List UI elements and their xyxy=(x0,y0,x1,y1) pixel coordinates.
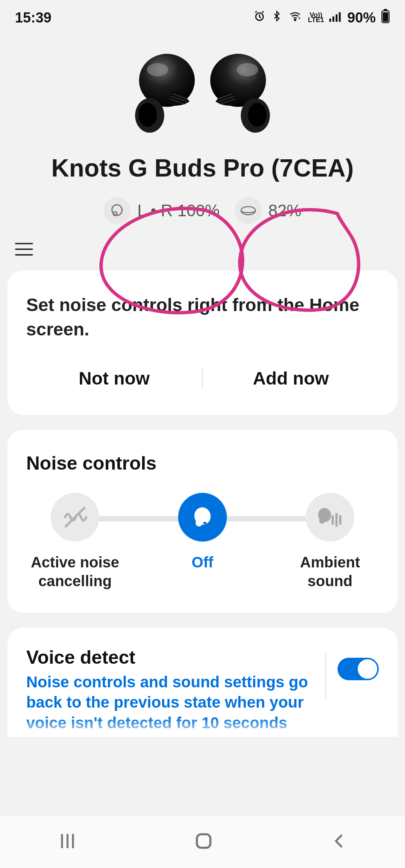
svg-point-28 xyxy=(195,519,202,527)
voice-detect-toggle[interactable] xyxy=(338,658,379,680)
add-now-button[interactable]: Add now xyxy=(203,364,379,392)
earbud-icon xyxy=(104,197,130,224)
svg-rect-34 xyxy=(339,515,341,525)
svg-point-31 xyxy=(319,518,324,523)
status-bar: 15:39 Vo))LTE1 90% xyxy=(0,0,405,30)
svg-point-12 xyxy=(138,103,157,127)
anc-icon xyxy=(51,493,99,542)
noise-option-off[interactable]: Off xyxy=(154,493,251,572)
back-button[interactable] xyxy=(330,831,347,853)
svg-point-17 xyxy=(237,63,258,76)
voice-detect-title: Voice detect xyxy=(26,647,314,668)
device-hero: Knots G Buds Pro (7CEA) L • R 100% 82% xyxy=(0,30,405,224)
svg-point-1 xyxy=(294,19,296,21)
alarm-icon xyxy=(253,10,266,25)
device-name: Knots G Buds Pro (7CEA) xyxy=(0,154,405,182)
svg-point-29 xyxy=(203,522,207,524)
battery-icon xyxy=(381,9,390,26)
earbuds-battery: L • R 100% xyxy=(104,197,219,224)
recents-button[interactable] xyxy=(58,832,77,852)
bluetooth-icon xyxy=(271,10,282,25)
off-icon xyxy=(178,493,227,542)
ambient-label: Ambient sound xyxy=(281,553,379,590)
noise-controls-title: Noise controls xyxy=(26,452,379,474)
svg-rect-4 xyxy=(336,14,338,22)
home-button[interactable] xyxy=(194,831,214,853)
ambient-icon xyxy=(306,493,354,542)
voice-detect-card[interactable]: Voice detect Noise controls and sound se… xyxy=(8,628,398,737)
svg-rect-33 xyxy=(335,513,338,527)
noise-controls-card: Noise controls Active noise cancelling O… xyxy=(8,430,398,613)
svg-point-19 xyxy=(248,103,267,127)
menu-button[interactable] xyxy=(15,243,33,256)
status-icons: Vo))LTE1 90% xyxy=(253,9,390,26)
svg-point-10 xyxy=(147,63,168,76)
off-label: Off xyxy=(192,553,213,572)
promo-card: Set noise controls right from the Home s… xyxy=(8,271,398,415)
svg-point-25 xyxy=(241,207,255,215)
wifi-icon xyxy=(288,10,303,25)
promo-text: Set noise controls right from the Home s… xyxy=(26,293,379,342)
noise-option-ambient[interactable]: Ambient sound xyxy=(281,493,379,590)
earbuds-image xyxy=(0,52,405,139)
svg-rect-38 xyxy=(197,834,210,848)
svg-rect-32 xyxy=(332,515,334,525)
svg-rect-8 xyxy=(383,12,388,22)
case-icon xyxy=(235,197,262,224)
status-time: 15:39 xyxy=(15,10,51,26)
volte-icon: Vo))LTE1 xyxy=(308,13,324,23)
svg-rect-2 xyxy=(329,18,331,22)
battery-status-row: L • R 100% 82% xyxy=(0,197,405,224)
noise-option-anc[interactable]: Active noise cancelling xyxy=(26,493,124,590)
svg-point-27 xyxy=(192,506,212,527)
svg-point-24 xyxy=(113,212,117,216)
system-nav-bar xyxy=(0,816,405,868)
svg-rect-3 xyxy=(332,16,334,22)
signal-icon xyxy=(329,10,342,25)
svg-rect-5 xyxy=(339,12,340,21)
case-battery: 82% xyxy=(235,197,302,224)
anc-label: Active noise cancelling xyxy=(26,553,124,590)
case-battery-label: 82% xyxy=(268,201,302,220)
svg-point-30 xyxy=(316,506,333,523)
earbuds-battery-label: L • R 100% xyxy=(137,201,219,220)
status-battery-pct: 90% xyxy=(347,10,376,26)
not-now-button[interactable]: Not now xyxy=(26,364,202,392)
